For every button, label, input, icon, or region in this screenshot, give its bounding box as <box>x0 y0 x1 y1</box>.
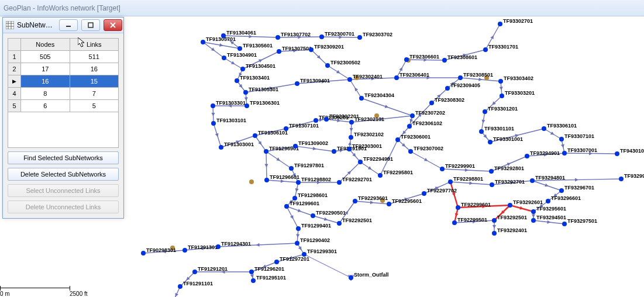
network-node[interactable] <box>347 77 352 82</box>
network-node[interactable] <box>289 166 294 171</box>
find-selected-button[interactable]: Find Selected SubNetworks <box>8 151 119 164</box>
network-node[interactable] <box>458 75 463 80</box>
cell-nodes[interactable]: 505 <box>21 51 70 63</box>
table-row[interactable]: 21716 <box>8 63 119 75</box>
network-node[interactable] <box>500 94 504 98</box>
network-node[interactable] <box>542 126 546 131</box>
network-node[interactable] <box>275 35 280 40</box>
network-node[interactable] <box>387 202 391 206</box>
network-node[interactable] <box>264 178 269 182</box>
network-node[interactable] <box>284 204 289 209</box>
network-node[interactable] <box>445 86 450 91</box>
outfall-link[interactable] <box>304 254 351 278</box>
network-node[interactable] <box>359 96 364 101</box>
network-node[interactable] <box>442 58 447 63</box>
network-node[interactable] <box>394 75 399 80</box>
network-node[interactable] <box>562 151 567 156</box>
network-node[interactable] <box>483 47 488 52</box>
network-node[interactable] <box>349 120 354 125</box>
network-node[interactable] <box>141 251 146 255</box>
network-node[interactable] <box>274 260 279 264</box>
table-row[interactable]: 31615 <box>8 75 119 88</box>
table-row[interactable]: 487 <box>8 88 119 100</box>
network-node[interactable] <box>221 33 226 38</box>
network-node[interactable] <box>309 47 314 52</box>
network-node[interactable] <box>456 205 460 210</box>
network-node[interactable] <box>235 78 239 83</box>
network-node[interactable] <box>251 278 256 283</box>
network-node[interactable] <box>337 221 342 226</box>
network-node[interactable] <box>296 180 301 185</box>
network-node[interactable] <box>311 213 315 218</box>
network-node[interactable] <box>410 113 415 118</box>
network-node[interactable] <box>249 270 254 274</box>
network-node[interactable] <box>192 270 197 274</box>
network-node[interactable] <box>277 49 281 54</box>
network-node[interactable] <box>337 180 342 185</box>
network-node[interactable] <box>284 126 288 131</box>
network-node[interactable] <box>483 109 487 114</box>
network-node[interactable] <box>559 188 564 193</box>
network-node[interactable] <box>319 34 324 39</box>
network-node[interactable] <box>296 226 301 231</box>
network-node[interactable] <box>324 117 329 122</box>
network-node[interactable] <box>293 144 298 148</box>
network-node[interactable] <box>440 167 445 171</box>
network-node[interactable] <box>292 196 297 201</box>
network-node[interactable] <box>452 220 457 225</box>
network-node[interactable] <box>479 129 484 134</box>
network-node[interactable] <box>492 218 497 223</box>
network-node[interactable] <box>395 137 400 142</box>
network-node[interactable] <box>211 121 216 126</box>
network-node[interactable] <box>531 218 536 223</box>
row-header[interactable]: 3 <box>8 75 21 88</box>
network-node[interactable] <box>295 241 299 246</box>
col-header-links[interactable]: Links <box>70 39 119 51</box>
subnetworks-dialog[interactable]: SubNetworks... Nodes Links 1505511217163… <box>2 17 124 219</box>
network-node[interactable] <box>347 147 352 151</box>
network-node[interactable] <box>619 177 624 181</box>
network-node[interactable] <box>429 101 434 105</box>
network-node[interactable] <box>182 248 187 253</box>
maximize-button[interactable] <box>81 19 100 31</box>
network-node[interactable] <box>422 191 426 196</box>
network-node[interactable] <box>244 103 249 108</box>
network-node[interactable] <box>498 22 502 26</box>
delete-selected-button[interactable]: Delete Selected SubNetworks <box>8 168 119 181</box>
cell-nodes[interactable]: 6 <box>21 100 70 112</box>
network-node[interactable] <box>615 151 619 156</box>
network-node[interactable] <box>407 124 412 129</box>
cell-nodes[interactable]: 16 <box>21 75 70 88</box>
network-node[interactable] <box>489 169 494 174</box>
row-header[interactable]: 1 <box>8 51 21 63</box>
row-header[interactable]: 4 <box>8 88 21 100</box>
network-node[interactable] <box>211 103 215 108</box>
network-node[interactable] <box>378 173 383 178</box>
network-node[interactable] <box>357 35 362 40</box>
row-header[interactable]: 5 <box>8 100 21 112</box>
cell-links[interactable]: 511 <box>70 51 119 63</box>
network-node[interactable] <box>488 140 493 144</box>
cell-links[interactable]: 16 <box>70 63 119 75</box>
network-node[interactable] <box>314 118 318 123</box>
network-node[interactable] <box>240 67 245 71</box>
network-node[interactable] <box>353 199 357 203</box>
subnetworks-table[interactable]: Nodes Links 15055112171631615487565 <box>8 38 119 112</box>
network-node[interactable] <box>264 149 268 154</box>
delete-unconnected-button[interactable]: Delete Unconnected Links <box>8 201 119 213</box>
network-node[interactable] <box>358 160 363 164</box>
cell-links[interactable]: 7 <box>70 88 119 100</box>
network-node[interactable] <box>408 149 413 154</box>
table-row[interactable]: 565 <box>8 100 119 112</box>
cell-links[interactable]: 5 <box>70 100 119 112</box>
network-node[interactable] <box>531 209 536 214</box>
network-node-brown[interactable] <box>249 179 254 184</box>
table-row[interactable]: 1505511 <box>8 51 119 63</box>
cell-nodes[interactable]: 17 <box>21 63 70 75</box>
close-button[interactable] <box>104 19 122 31</box>
col-header-nodes[interactable]: Nodes <box>21 39 70 51</box>
network-node[interactable] <box>253 133 257 138</box>
network-node[interactable] <box>492 231 497 236</box>
network-node[interactable] <box>295 81 299 86</box>
network-node[interactable] <box>178 284 182 289</box>
